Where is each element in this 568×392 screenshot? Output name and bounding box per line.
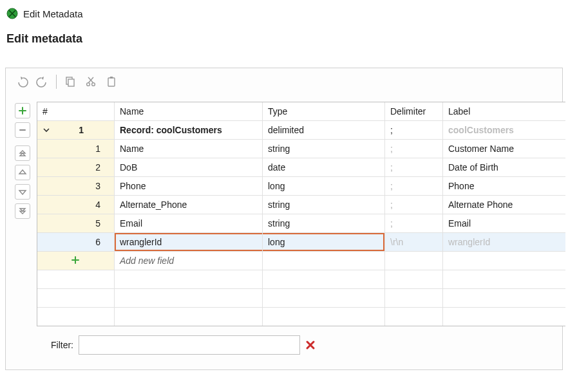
paste-icon[interactable] bbox=[104, 75, 118, 89]
add-field-label[interactable]: Add new field bbox=[115, 252, 263, 270]
cell-delimiter[interactable]: ; bbox=[385, 196, 443, 214]
filter-input[interactable] bbox=[79, 335, 300, 355]
svg-rect-13 bbox=[19, 129, 26, 131]
toolbar bbox=[6, 68, 562, 98]
cell-name[interactable]: Email bbox=[115, 214, 263, 232]
record-index: 1 bbox=[55, 125, 84, 135]
svg-point-5 bbox=[87, 83, 90, 86]
undo-icon[interactable] bbox=[15, 75, 29, 89]
titlebar: Edit Metadata bbox=[0, 0, 568, 27]
cell-type[interactable]: long bbox=[263, 233, 385, 251]
cell-label[interactable]: wranglerId bbox=[443, 233, 565, 251]
cell-type[interactable]: string bbox=[263, 214, 385, 232]
svg-rect-15 bbox=[71, 259, 79, 261]
filter-label: Filter: bbox=[51, 340, 73, 350]
table-row[interactable]: 6wranglerIdlong\r\nwranglerId bbox=[37, 233, 565, 252]
row-index: 4 bbox=[55, 200, 100, 210]
cell-label[interactable]: Alternate Phone bbox=[443, 196, 565, 214]
add-field-row[interactable]: Add new field bbox=[37, 252, 565, 270]
expand-caret-icon[interactable] bbox=[43, 126, 52, 134]
add-field-idx bbox=[37, 252, 115, 270]
copy-icon[interactable] bbox=[63, 75, 77, 89]
row-index-cell[interactable]: 4 bbox=[37, 196, 115, 214]
cell-delimiter[interactable]: ; bbox=[385, 177, 443, 195]
record-type[interactable]: delimited bbox=[263, 121, 385, 139]
remove-row-button[interactable] bbox=[15, 122, 30, 138]
cut-icon[interactable] bbox=[84, 75, 98, 89]
toolbar-separator bbox=[56, 75, 57, 89]
filter-bar: Filter: bbox=[15, 326, 562, 355]
svg-rect-9 bbox=[108, 78, 115, 86]
table-header: # Name Type Delimiter Label bbox=[37, 102, 565, 121]
cell-type[interactable]: string bbox=[263, 140, 385, 158]
row-index-cell[interactable]: 6 bbox=[37, 233, 115, 251]
cell-label[interactable]: Date of Birth bbox=[443, 158, 565, 176]
row-index-cell[interactable]: 5 bbox=[37, 214, 115, 232]
col-header-index[interactable]: # bbox=[37, 102, 115, 120]
empty-row bbox=[37, 270, 565, 289]
row-index: 5 bbox=[55, 218, 100, 229]
cell-name[interactable]: DoB bbox=[115, 158, 263, 176]
app-icon bbox=[6, 8, 18, 19]
move-down-button[interactable] bbox=[15, 184, 30, 200]
add-row-button[interactable] bbox=[15, 103, 30, 118]
redo-icon[interactable] bbox=[35, 75, 50, 89]
cell-type[interactable]: date bbox=[263, 158, 385, 176]
row-index: 1 bbox=[55, 144, 100, 154]
record-name[interactable]: Record: coolCustomers bbox=[115, 121, 263, 139]
cell-label[interactable]: Customer Name bbox=[443, 140, 565, 158]
row-index: 3 bbox=[55, 181, 100, 191]
record-index-cell[interactable]: 1 bbox=[37, 121, 115, 139]
record-delim[interactable]: ; bbox=[385, 121, 443, 139]
row-index-cell[interactable]: 3 bbox=[37, 177, 115, 195]
svg-rect-10 bbox=[110, 77, 113, 79]
clear-filter-icon[interactable] bbox=[305, 340, 316, 350]
cell-name[interactable]: Phone bbox=[115, 177, 263, 195]
move-bottom-button[interactable] bbox=[15, 203, 30, 219]
cell-delimiter[interactable]: ; bbox=[385, 158, 443, 176]
table-row[interactable]: 2DoBdate;Date of Birth bbox=[37, 158, 565, 177]
metadata-table: # Name Type Delimiter Label 1 bbox=[37, 102, 565, 326]
col-header-delimiter[interactable]: Delimiter bbox=[385, 102, 443, 120]
move-up-button[interactable] bbox=[15, 165, 30, 180]
empty-row bbox=[37, 289, 565, 308]
svg-rect-4 bbox=[68, 79, 74, 86]
row-index-cell[interactable]: 1 bbox=[37, 140, 115, 158]
cell-type[interactable]: string bbox=[263, 196, 385, 214]
table-row[interactable]: 4Alternate_Phonestring;Alternate Phone bbox=[37, 196, 565, 214]
cell-delimiter[interactable]: ; bbox=[385, 214, 443, 232]
svg-point-6 bbox=[92, 83, 95, 86]
cell-name[interactable]: Alternate_Phone bbox=[115, 196, 263, 214]
selection-highlight bbox=[115, 233, 262, 251]
cell-delimiter[interactable]: ; bbox=[385, 140, 443, 158]
selection-highlight bbox=[263, 233, 384, 251]
col-header-name[interactable]: Name bbox=[115, 102, 263, 120]
table-row[interactable]: 5Emailstring;Email bbox=[37, 214, 565, 233]
row-index: 6 bbox=[55, 237, 100, 247]
record-label[interactable]: coolCustomers bbox=[443, 121, 565, 139]
page-heading: Edit metadata bbox=[0, 27, 568, 56]
cell-type[interactable]: long bbox=[263, 177, 385, 195]
move-top-button[interactable] bbox=[15, 145, 30, 161]
record-row[interactable]: 1 Record: coolCustomers delimited ; cool… bbox=[37, 121, 565, 140]
empty-row bbox=[37, 308, 565, 326]
table-row[interactable]: 3Phonelong;Phone bbox=[37, 177, 565, 196]
cell-name[interactable]: Name bbox=[115, 140, 263, 158]
col-header-label[interactable]: Label bbox=[443, 102, 565, 120]
cell-name[interactable]: wranglerId bbox=[115, 233, 263, 251]
cell-label[interactable]: Email bbox=[443, 214, 565, 232]
table-row[interactable]: 1Namestring;Customer Name bbox=[37, 140, 565, 158]
plus-icon[interactable] bbox=[71, 256, 81, 266]
row-index: 2 bbox=[55, 162, 100, 173]
svg-rect-12 bbox=[19, 110, 26, 111]
cell-label[interactable]: Phone bbox=[443, 177, 565, 195]
row-controls bbox=[15, 102, 30, 326]
editor-panel: # Name Type Delimiter Label 1 bbox=[5, 68, 563, 370]
col-header-type[interactable]: Type bbox=[263, 102, 385, 120]
row-index-cell[interactable]: 2 bbox=[37, 158, 115, 176]
cell-delimiter[interactable]: \r\n bbox=[385, 233, 443, 251]
window-title: Edit Metadata bbox=[23, 8, 83, 19]
